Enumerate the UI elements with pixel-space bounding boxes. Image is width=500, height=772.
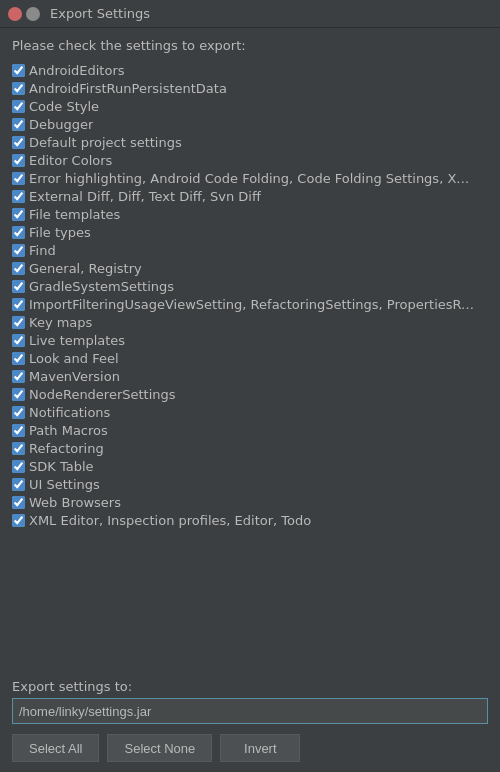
- setting-label-AndroidFirstRunPersistentData: AndroidFirstRunPersistentData: [29, 81, 227, 96]
- list-item: Look and Feel: [12, 349, 488, 367]
- list-item: AndroidEditors: [12, 61, 488, 79]
- list-item: Debugger: [12, 115, 488, 133]
- setting-label-LookAndFeel: Look and Feel: [29, 351, 119, 366]
- setting-checkbox-FileTypes[interactable]: [12, 226, 25, 239]
- setting-label-WebBrowsers: Web Browsers: [29, 495, 121, 510]
- setting-label-LiveTemplates: Live templates: [29, 333, 125, 348]
- setting-checkbox-AndroidEditors[interactable]: [12, 64, 25, 77]
- setting-checkbox-EditorColors[interactable]: [12, 154, 25, 167]
- title-bar: Export Settings: [0, 0, 500, 28]
- list-item: Live templates: [12, 331, 488, 349]
- setting-label-ErrorHighlighting: Error highlighting, Android Code Folding…: [29, 171, 479, 186]
- setting-checkbox-GradleSystemSettings[interactable]: [12, 280, 25, 293]
- setting-checkbox-DefaultProjectSettings[interactable]: [12, 136, 25, 149]
- setting-label-FileTemplates: File templates: [29, 207, 120, 222]
- setting-checkbox-Debugger[interactable]: [12, 118, 25, 131]
- list-item: Editor Colors: [12, 151, 488, 169]
- setting-label-ExternalDiff: External Diff, Diff, Text Diff, Svn Diff: [29, 189, 261, 204]
- list-item: NodeRendererSettings: [12, 385, 488, 403]
- setting-checkbox-SDKTable[interactable]: [12, 460, 25, 473]
- setting-label-GradleSystemSettings: GradleSystemSettings: [29, 279, 174, 294]
- list-item: Path Macros: [12, 421, 488, 439]
- list-item: File templates: [12, 205, 488, 223]
- setting-checkbox-WebBrowsers[interactable]: [12, 496, 25, 509]
- bottom-section: Export settings to: Select All Select No…: [12, 669, 488, 762]
- list-item: UI Settings: [12, 475, 488, 493]
- setting-checkbox-PathMacros[interactable]: [12, 424, 25, 437]
- list-item: ImportFilteringUsageViewSetting, Refacto…: [12, 295, 488, 313]
- setting-label-EditorColors: Editor Colors: [29, 153, 112, 168]
- window-title: Export Settings: [50, 6, 492, 21]
- setting-checkbox-FileTemplates[interactable]: [12, 208, 25, 221]
- setting-checkbox-AndroidFirstRunPersistentData[interactable]: [12, 82, 25, 95]
- setting-label-AndroidEditors: AndroidEditors: [29, 63, 125, 78]
- setting-checkbox-ExternalDiff[interactable]: [12, 190, 25, 203]
- export-path-label: Export settings to:: [12, 679, 488, 694]
- setting-checkbox-ErrorHighlighting[interactable]: [12, 172, 25, 185]
- setting-label-DefaultProjectSettings: Default project settings: [29, 135, 182, 150]
- setting-label-ImportFilteringUsageViewSetting: ImportFilteringUsageViewSetting, Refacto…: [29, 297, 479, 312]
- list-item: Error highlighting, Android Code Folding…: [12, 169, 488, 187]
- list-item: Notifications: [12, 403, 488, 421]
- setting-label-PathMacros: Path Macros: [29, 423, 108, 438]
- minimize-button[interactable]: [26, 7, 40, 21]
- action-buttons: Select All Select None Invert: [12, 734, 488, 762]
- list-item: Web Browsers: [12, 493, 488, 511]
- setting-checkbox-KeyMaps[interactable]: [12, 316, 25, 329]
- list-item: Code Style: [12, 97, 488, 115]
- list-item: File types: [12, 223, 488, 241]
- setting-label-KeyMaps: Key maps: [29, 315, 92, 330]
- list-item: SDK Table: [12, 457, 488, 475]
- list-item: XML Editor, Inspection profiles, Editor,…: [12, 511, 488, 529]
- list-item: Refactoring: [12, 439, 488, 457]
- setting-checkbox-NodeRendererSettings[interactable]: [12, 388, 25, 401]
- setting-checkbox-ImportFilteringUsageViewSetting[interactable]: [12, 298, 25, 311]
- instructions-label: Please check the settings to export:: [12, 38, 488, 53]
- setting-label-XMLEditor: XML Editor, Inspection profiles, Editor,…: [29, 513, 311, 528]
- list-item: General, Registry: [12, 259, 488, 277]
- setting-checkbox-MavenVersion[interactable]: [12, 370, 25, 383]
- setting-label-Notifications: Notifications: [29, 405, 110, 420]
- export-path-input[interactable]: [12, 698, 488, 724]
- setting-checkbox-GeneralRegistry[interactable]: [12, 262, 25, 275]
- setting-checkbox-LiveTemplates[interactable]: [12, 334, 25, 347]
- setting-label-Find: Find: [29, 243, 56, 258]
- setting-label-MavenVersion: MavenVersion: [29, 369, 120, 384]
- list-item: External Diff, Diff, Text Diff, Svn Diff: [12, 187, 488, 205]
- main-content: Please check the settings to export: And…: [0, 28, 500, 772]
- setting-checkbox-LookAndFeel[interactable]: [12, 352, 25, 365]
- setting-label-NodeRendererSettings: NodeRendererSettings: [29, 387, 176, 402]
- setting-label-Refactoring: Refactoring: [29, 441, 104, 456]
- setting-label-UISettings: UI Settings: [29, 477, 100, 492]
- setting-checkbox-XMLEditor[interactable]: [12, 514, 25, 527]
- setting-checkbox-Notifications[interactable]: [12, 406, 25, 419]
- export-settings-window: Export Settings Please check the setting…: [0, 0, 500, 772]
- list-item: Key maps: [12, 313, 488, 331]
- setting-label-CodeStyle: Code Style: [29, 99, 99, 114]
- close-button[interactable]: [8, 7, 22, 21]
- settings-checklist: AndroidEditorsAndroidFirstRunPersistentD…: [12, 61, 488, 669]
- setting-label-SDKTable: SDK Table: [29, 459, 94, 474]
- setting-label-Debugger: Debugger: [29, 117, 93, 132]
- setting-label-FileTypes: File types: [29, 225, 91, 240]
- invert-button[interactable]: Invert: [220, 734, 300, 762]
- setting-checkbox-Find[interactable]: [12, 244, 25, 257]
- list-item: Default project settings: [12, 133, 488, 151]
- list-item: GradleSystemSettings: [12, 277, 488, 295]
- list-item: MavenVersion: [12, 367, 488, 385]
- select-all-button[interactable]: Select All: [12, 734, 99, 762]
- setting-checkbox-UISettings[interactable]: [12, 478, 25, 491]
- title-bar-buttons: [8, 7, 40, 21]
- setting-checkbox-CodeStyle[interactable]: [12, 100, 25, 113]
- select-none-button[interactable]: Select None: [107, 734, 212, 762]
- setting-checkbox-Refactoring[interactable]: [12, 442, 25, 455]
- list-item: Find: [12, 241, 488, 259]
- setting-label-GeneralRegistry: General, Registry: [29, 261, 142, 276]
- list-item: AndroidFirstRunPersistentData: [12, 79, 488, 97]
